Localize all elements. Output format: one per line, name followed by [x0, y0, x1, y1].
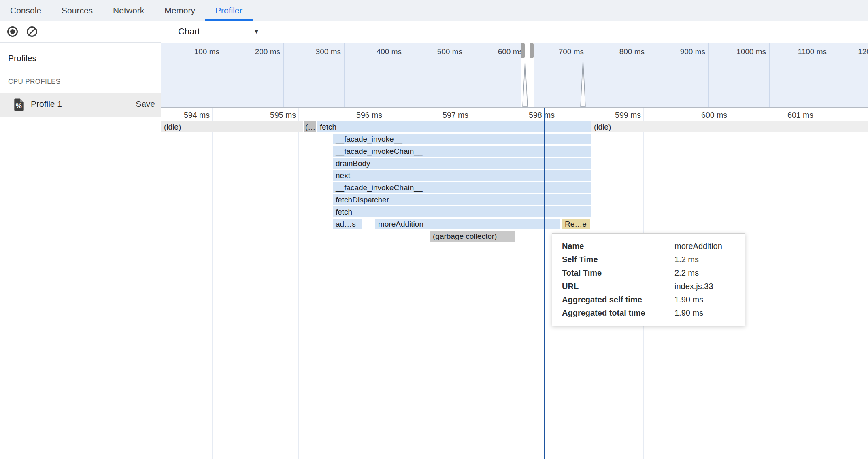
profile-list-item[interactable]: % Profile 1 Save — [0, 93, 161, 117]
flame-bar-facade-invokechain[interactable]: __facade_invokeChain__ — [333, 146, 591, 157]
profiles-toolbar — [0, 21, 161, 42]
record-profile-button[interactable] — [7, 26, 18, 37]
tooltip-label: Aggregated total time — [562, 308, 674, 318]
flame-bar-native[interactable]: Re…e — [562, 219, 590, 230]
flame-bar-fetch[interactable]: fetch — [333, 206, 591, 217]
detail-tick-label: 595 ms — [270, 110, 296, 120]
selection-handle-left[interactable] — [521, 43, 525, 58]
tooltip-value: moreAddition — [674, 242, 745, 251]
devtools-tab-bar: Console Sources Network Memory Profiler — [0, 0, 868, 21]
tooltip-label: URL — [562, 282, 674, 291]
tab-sources[interactable]: Sources — [51, 0, 103, 21]
selection-handle-right[interactable] — [530, 43, 534, 58]
flame-bar-facade-invoke[interactable]: __facade_invoke__ — [333, 134, 591, 144]
dropdown-caret-icon: ▼ — [253, 28, 260, 36]
tab-console[interactable]: Console — [0, 0, 51, 21]
tooltip-value: 1.90 ms — [674, 295, 745, 304]
flame-bar-truncated[interactable]: ad…s — [333, 219, 362, 230]
flame-bar-fetch[interactable]: fetch — [317, 121, 591, 132]
detail-tick-label: 597 ms — [443, 110, 468, 120]
tooltip-value: 1.90 ms — [674, 308, 745, 318]
profiles-heading: Profiles — [8, 53, 36, 63]
tab-memory[interactable]: Memory — [154, 0, 205, 21]
flame-bar-drainbody[interactable]: drainBody — [333, 158, 591, 169]
flame-bar-moreaddition[interactable]: moreAddition — [375, 219, 560, 230]
frame-details-tooltip: Name moreAddition Self Time 1.2 ms Total… — [552, 233, 745, 326]
tooltip-value: index.js:33 — [674, 282, 745, 291]
cpu-activity-spikes — [161, 43, 868, 107]
tooltip-label: Self Time — [562, 255, 674, 264]
flame-bar-program[interactable]: (… — [304, 121, 316, 132]
detail-gridline — [816, 108, 816, 459]
tooltip-value: 1.2 ms — [674, 255, 745, 264]
flame-bar-idle[interactable]: (idle) — [161, 121, 303, 132]
playhead-marker — [544, 108, 545, 459]
detail-tick-label: 596 ms — [356, 110, 382, 120]
profiler-view-toolbar: Chart ▼ — [161, 21, 868, 43]
tooltip-label: Total Time — [562, 268, 674, 278]
flame-bar-facade-invokechain[interactable]: __facade_invokeChain__ — [333, 182, 591, 193]
flame-bar-fetchdispatcher[interactable]: fetchDispatcher — [333, 194, 591, 205]
detail-gridline — [212, 108, 213, 459]
detail-tick-label: 598 ms — [529, 110, 555, 120]
tooltip-label: Name — [562, 242, 674, 251]
detail-tick-label: 594 ms — [184, 110, 210, 120]
detail-gridline — [298, 108, 299, 459]
flame-bar-idle[interactable]: (idle) — [591, 121, 868, 132]
tooltip-value: 2.2 ms — [674, 268, 745, 278]
detail-tick-label: 600 ms — [701, 110, 727, 120]
flame-chart[interactable]: 594 ms 595 ms 596 ms 597 ms 598 ms 599 m… — [161, 108, 868, 459]
view-mode-select[interactable]: Chart ▼ — [161, 21, 279, 42]
save-profile-link[interactable]: Save — [136, 99, 155, 109]
flame-bar-garbage-collector[interactable]: (garbage collector) — [430, 231, 515, 242]
profile-document-icon: % — [14, 98, 24, 111]
cpu-profiles-section-heading: CPU PROFILES — [8, 78, 61, 86]
clear-profiles-button[interactable] — [27, 26, 37, 37]
flame-bar-next[interactable]: next — [333, 170, 591, 181]
devtools-profiler-panel: Console Sources Network Memory Profiler … — [0, 0, 868, 459]
profiles-sidebar: Profiles CPU PROFILES % Profile 1 Save — [0, 21, 161, 459]
detail-tick-label: 599 ms — [615, 110, 641, 120]
percent-glyph: % — [16, 102, 22, 110]
detail-tick-label: 601 ms — [787, 110, 813, 120]
tab-network[interactable]: Network — [103, 0, 154, 21]
tab-profiler[interactable]: Profiler — [205, 0, 253, 21]
tooltip-label: Aggregated self time — [562, 295, 674, 304]
timeline-overview[interactable]: 100 ms 200 ms 300 ms 400 ms 500 ms 600 m… — [161, 43, 868, 108]
view-mode-value: Chart — [178, 26, 200, 37]
profile-name: Profile 1 — [31, 99, 62, 109]
